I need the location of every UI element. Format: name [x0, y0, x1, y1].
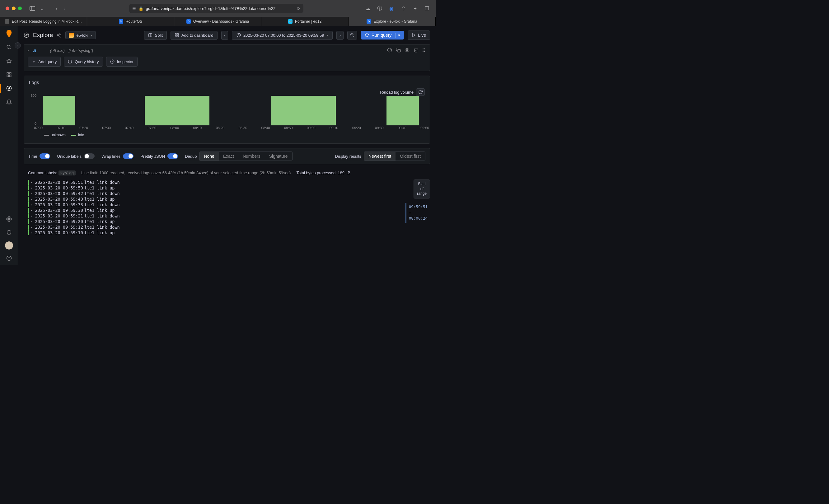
browser-tab[interactable]: 🐳Portainer | eq12	[261, 17, 349, 26]
sidebar-toggle-icon[interactable]	[29, 5, 35, 11]
share-up-icon[interactable]: ⇧	[400, 5, 406, 11]
sidebar-explore-icon[interactable]	[3, 82, 15, 95]
plot-area[interactable]	[38, 94, 425, 125]
info-icon[interactable]: ⓘ	[376, 5, 383, 11]
log-line[interactable]: ▸2025-03-20 09:59:33 lte1 link down	[28, 202, 426, 208]
seg-option[interactable]: Exact	[219, 152, 238, 160]
x-tick: 09:10	[329, 126, 338, 130]
user-avatar[interactable]	[5, 242, 13, 250]
log-line[interactable]: ▸2025-03-20 09:59:20 lte1 link up	[28, 219, 426, 224]
log-timestamp: 2025-03-20 09:59:40	[35, 196, 83, 202]
back-icon[interactable]: ‹	[54, 5, 60, 12]
legend-item[interactable]: unknown	[44, 133, 66, 137]
wrap-lines-toggle[interactable]	[123, 153, 134, 159]
x-tick: 08:10	[193, 126, 202, 130]
sidebar-starred-icon[interactable]	[3, 55, 15, 67]
datasource-picker[interactable]: e5-loki ▾	[65, 31, 96, 39]
log-line[interactable]: ▸2025-03-20 09:59:51 lte1 link down	[28, 180, 426, 185]
expand-log-icon[interactable]: ▸	[31, 220, 32, 223]
add-query-button[interactable]: ＋ Add query	[28, 57, 61, 67]
expand-log-icon[interactable]: ▸	[31, 186, 32, 189]
run-query-button[interactable]: Run query ▾	[361, 31, 404, 39]
add-to-dashboard-button[interactable]: Add to dashboard	[171, 31, 218, 40]
zoom-out-button[interactable]	[347, 31, 357, 39]
reader-icon[interactable]: ☰	[132, 6, 136, 11]
prettify-json-toggle[interactable]	[168, 153, 178, 159]
sidebar-help-icon[interactable]	[3, 252, 15, 264]
sidebar-collapse-icon[interactable]: ›	[14, 42, 21, 48]
log-line[interactable]: ▸2025-03-20 09:59:10 lte1 link up	[28, 230, 426, 236]
time-toggle[interactable]	[39, 153, 50, 159]
minimize-window-icon[interactable]	[12, 6, 15, 10]
chart-bar[interactable]	[43, 96, 75, 125]
query-history-button[interactable]: Query history	[64, 57, 103, 67]
log-line[interactable]: ▸2025-03-20 09:59:12 lte1 link down	[28, 224, 426, 230]
inspector-button[interactable]: Inspector	[106, 57, 138, 67]
log-line[interactable]: ▸2025-03-20 09:59:40 lte1 link up	[28, 196, 426, 202]
browser-tab[interactable]: DOverview - Dashboards - Grafana	[174, 17, 261, 26]
time-range-picker[interactable]: 2025-03-20 07:00:00 to 2025-03-20 09:59:…	[232, 31, 333, 40]
seg-option[interactable]: Numbers	[238, 152, 265, 160]
copy-query-icon[interactable]	[396, 47, 401, 53]
expand-query-icon[interactable]: ▸	[28, 49, 29, 52]
log-line[interactable]: ▸2025-03-20 09:59:21 lte1 link down	[28, 213, 426, 219]
expand-log-icon[interactable]: ▸	[31, 192, 32, 195]
shield-icon[interactable]: ◉	[388, 5, 395, 11]
start-of-range-button[interactable]: Startofrange	[413, 180, 430, 199]
live-button[interactable]: Live	[408, 31, 430, 40]
close-window-icon[interactable]	[6, 6, 9, 10]
browser-tab[interactable]: Edit Post "Remote Logging in Mikrotik R…	[0, 17, 87, 26]
log-line[interactable]: ▸2025-03-20 09:59:50 lte1 link up	[28, 185, 426, 191]
expand-log-icon[interactable]: ▸	[31, 181, 32, 184]
tabs-overview-icon[interactable]: ❐	[424, 5, 430, 11]
expand-log-icon[interactable]: ▸	[31, 231, 32, 234]
grafana-logo-icon[interactable]	[5, 29, 13, 38]
cloud-icon[interactable]: ☁︎	[365, 5, 371, 11]
svg-point-18	[60, 36, 61, 37]
svg-marker-15	[26, 34, 27, 36]
seg-option[interactable]: Oldest first	[396, 152, 425, 160]
chart-bar[interactable]	[387, 96, 419, 125]
reload-icon[interactable]: ⟳	[297, 6, 300, 11]
log-line[interactable]: ▸2025-03-20 09:59:30 lte1 link up	[28, 208, 426, 213]
expand-log-icon[interactable]: ▸	[31, 203, 32, 206]
expand-log-icon[interactable]: ▸	[31, 209, 32, 212]
split-button[interactable]: Split	[144, 31, 167, 40]
chevron-down-icon[interactable]: ▾	[395, 33, 400, 38]
sidebar-search-icon[interactable]	[3, 41, 15, 53]
query-expression[interactable]: {job="syslog"}	[68, 48, 93, 53]
seg-option[interactable]: Newest first	[364, 152, 396, 160]
chart-bar[interactable]	[145, 96, 210, 125]
expand-log-icon[interactable]: ▸	[31, 197, 32, 201]
expand-log-icon[interactable]: ▸	[31, 225, 32, 229]
chart-bar[interactable]	[271, 96, 336, 125]
browser-tab[interactable]: DExplore - e5-loki - Grafana	[349, 17, 436, 26]
url-bar[interactable]: ☰ 🔒 grafana.venipak.damb.is/explore?orgI…	[129, 4, 303, 13]
unique-labels-toggle[interactable]	[84, 153, 95, 159]
time-back-button[interactable]: ‹	[221, 31, 228, 40]
legend-swatch-icon	[44, 135, 49, 136]
new-tab-icon[interactable]: ＋	[412, 5, 418, 11]
drag-query-icon[interactable]: ⠿	[422, 47, 426, 53]
sidebar-alerting-icon[interactable]	[3, 96, 15, 108]
maximize-window-icon[interactable]	[18, 6, 22, 10]
sidebar-admin-icon[interactable]	[3, 226, 15, 239]
svg-rect-26	[177, 35, 178, 37]
log-line[interactable]: ▸2025-03-20 09:59:42 lte1 link down	[28, 191, 426, 196]
seg-option[interactable]: Signature	[265, 152, 292, 160]
toggle-query-icon[interactable]	[404, 47, 409, 53]
time-forward-button[interactable]: ›	[336, 31, 343, 40]
log-message: lte1 link up	[84, 185, 115, 190]
explore-toolbar: Explore e5-loki ▾ Split Add to dashboard…	[18, 26, 436, 44]
browser-tab[interactable]: DRouterOS	[87, 17, 174, 26]
legend-item[interactable]: info	[71, 133, 84, 137]
share-icon[interactable]	[57, 33, 62, 38]
sidebar-config-icon[interactable]	[3, 213, 15, 225]
sidebar-dashboards-icon[interactable]	[3, 68, 15, 81]
seg-option[interactable]: None	[200, 152, 218, 160]
chevron-down-icon[interactable]: ⌄	[38, 5, 46, 12]
common-labels-value: syslog	[59, 171, 76, 176]
query-help-icon[interactable]	[387, 47, 392, 53]
expand-log-icon[interactable]: ▸	[31, 214, 32, 217]
delete-query-icon[interactable]	[413, 47, 418, 53]
